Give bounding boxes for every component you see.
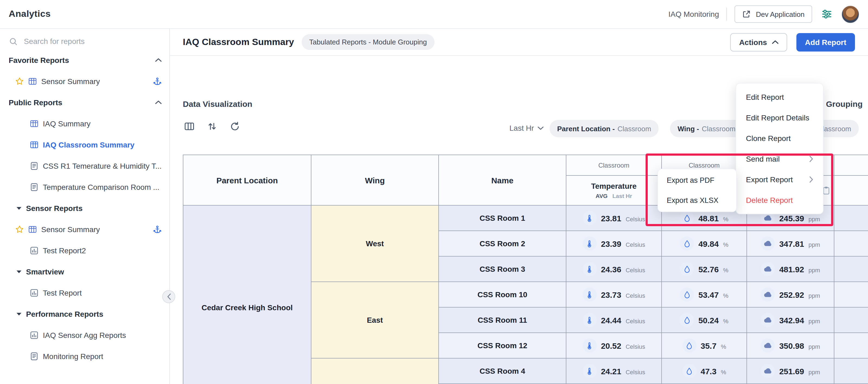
star-icon[interactable] <box>15 225 24 233</box>
sidebar-group-label: Performance Reports <box>26 310 103 318</box>
actions-dropdown-menu: Edit Report Edit Report Details Clone Re… <box>736 83 824 214</box>
cloud-icon <box>763 291 773 298</box>
co2-cell: 251.69ppm <box>747 358 834 384</box>
journal-icon <box>30 183 38 191</box>
metric-header-extra <box>834 175 868 205</box>
anchor-icon[interactable] <box>153 77 162 86</box>
add-report-button[interactable]: Add Report <box>796 33 855 51</box>
filter-chip-parent-location[interactable]: Parent Location - Classroom <box>550 120 659 137</box>
menu-item-edit-report-details[interactable]: Edit Report Details <box>736 107 823 128</box>
sidebar-group-smartview[interactable]: Smartview <box>0 261 169 282</box>
humidity-cell: 47.3% <box>661 358 747 384</box>
time-range-dropdown[interactable]: Last Hr <box>506 123 547 133</box>
wing-cell: West <box>311 205 439 282</box>
filter-chip-wing[interactable]: Wing - Classroom <box>670 120 743 137</box>
extra-cell <box>834 231 868 256</box>
topbar: Analytics IAQ Monitoring Dev Application <box>0 0 868 29</box>
dev-application-label: Dev Application <box>756 10 805 18</box>
temperature-cell: 24.36Celsius <box>566 256 661 282</box>
sidebar-item-monitoring-report[interactable]: Monitoring Report <box>0 346 169 366</box>
sidebar-item-iaq-classroom-summary[interactable]: IAQ Classroom Summary <box>0 134 169 155</box>
sidebar-item-temperature-comparison[interactable]: Temperature Comparison Room ... <box>0 176 169 197</box>
menu-item-delete-report[interactable]: Delete Report <box>736 190 823 211</box>
chevron-up-icon <box>155 100 162 104</box>
thermometer-icon <box>585 290 593 298</box>
sidebar-item-iaq-summary[interactable]: IAQ Summary <box>0 113 169 134</box>
sidebar-collapse-button[interactable] <box>162 290 175 303</box>
search-input[interactable] <box>23 36 161 46</box>
clipboard-icon[interactable] <box>823 186 830 195</box>
temperature-cell: 23.81Celsius <box>566 205 661 231</box>
extra-cell <box>834 333 868 358</box>
room-name-cell: CSS Room 4 <box>439 358 566 384</box>
sidebar-item-sensor-summary[interactable]: Sensor Summary <box>0 219 169 240</box>
app-screen: Analytics IAQ Monitoring Dev Application <box>0 0 868 384</box>
table-icon <box>28 77 37 86</box>
submenu-item-label: Export as XLSX <box>667 196 718 204</box>
temperature-cell: 23.73Celsius <box>566 282 661 307</box>
sort-button[interactable] <box>206 120 219 133</box>
thermometer-icon <box>585 342 593 350</box>
column-header-parent-location: Parent Location <box>183 155 311 205</box>
main-content: IAQ Classroom Summary Tabulated Reports … <box>170 29 868 384</box>
user-avatar[interactable] <box>841 5 859 23</box>
room-name-cell: CSS Room 11 <box>439 307 566 333</box>
thermometer-icon <box>585 316 593 324</box>
room-name-cell: CSS Room 1 <box>439 205 566 231</box>
sidebar-item-label: Test Report <box>43 288 82 297</box>
sidebar-group-performance-reports[interactable]: Performance Reports <box>0 303 169 324</box>
actions-button[interactable]: Actions <box>731 33 787 51</box>
menu-item-export-report[interactable]: Export Report <box>736 169 823 190</box>
anchor-icon[interactable] <box>153 225 162 233</box>
chevron-down-icon <box>538 126 544 130</box>
star-icon[interactable] <box>15 77 24 86</box>
metric-aggregation: AVG <box>596 193 608 199</box>
sidebar-item-test-report[interactable]: Test Report <box>0 282 169 303</box>
dev-application-button[interactable]: Dev Application <box>735 5 812 23</box>
chip-value: Classroom <box>702 125 735 133</box>
humidity-cell: 49.84% <box>661 231 747 256</box>
metric-header-temperature[interactable]: Temperature AVG Last Hr <box>566 175 661 205</box>
refresh-button[interactable] <box>228 120 241 133</box>
settings-sliders-button[interactable] <box>820 7 834 21</box>
sidebar-item-iaq-sensor-agg-reports[interactable]: IAQ Sensor Agg Reports <box>0 324 169 346</box>
menu-item-edit-report[interactable]: Edit Report <box>736 87 823 107</box>
sidebar-group-sensor-reports[interactable]: Sensor Reports <box>0 197 169 219</box>
favorite-reports-section-header[interactable]: Favorite Reports <box>0 50 169 70</box>
cloud-icon <box>763 317 773 323</box>
chevron-right-icon <box>809 176 813 183</box>
chevron-up-icon <box>155 58 162 62</box>
add-report-label: Add Report <box>805 38 846 46</box>
temperature-cell: 20.52Celsius <box>566 333 661 358</box>
sidebar-item-label: Test Report2 <box>43 246 86 255</box>
thermometer-icon <box>585 239 593 248</box>
humidity-cell: 50.24% <box>661 307 747 333</box>
chevron-up-icon <box>772 40 778 44</box>
humidity-cell: 35.7% <box>661 333 747 358</box>
submenu-item-export-as-pdf[interactable]: Export as PDF <box>658 170 736 190</box>
room-name-cell: CSS Room 10 <box>439 282 566 307</box>
sidebar-group-label: Sensor Reports <box>26 204 83 212</box>
extra-cell <box>834 282 868 307</box>
columns-button[interactable] <box>183 120 196 133</box>
report-search <box>9 36 161 46</box>
favorite-reports-label: Favorite Reports <box>9 56 69 64</box>
room-name-cell: CSS Room 3 <box>439 256 566 282</box>
thermometer-icon <box>585 367 593 375</box>
submenu-item-export-as-xlsx[interactable]: Export as XLSX <box>658 190 736 211</box>
sort-icon <box>207 121 218 132</box>
menu-item-label: Send mail <box>746 155 780 163</box>
sidebar-item-css-r1-temperature-humidity[interactable]: CSS R1 Temerature & Humidity T... <box>0 155 169 176</box>
wing-cell: East <box>311 282 439 358</box>
extra-cell <box>834 307 868 333</box>
sidebar-item-test-report2[interactable]: Test Report2 <box>0 240 169 261</box>
public-reports-section-header[interactable]: Public Reports <box>0 92 169 113</box>
report-type-badge: Tabulated Reports - Module Grouping <box>302 34 435 50</box>
co2-cell: 481.92ppm <box>747 256 834 282</box>
cloud-icon <box>763 215 773 221</box>
sidebar-item-sensor-summary-favorite[interactable]: Sensor Summary <box>0 70 169 92</box>
menu-item-send-mail[interactable]: Send mail <box>736 149 823 169</box>
journal-icon <box>30 161 38 170</box>
menu-item-clone-report[interactable]: Clone Report <box>736 128 823 149</box>
co2-cell: 342.94ppm <box>747 307 834 333</box>
